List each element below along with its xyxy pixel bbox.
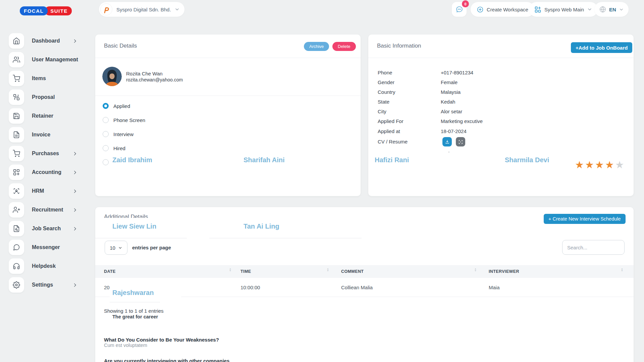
- candidate-email: rozita.chewan@yahoo.com: [126, 77, 183, 82]
- field-label: Phone: [378, 70, 392, 75]
- candidate-link-rajeshwaran[interactable]: Rajeshwaran: [112, 289, 154, 297]
- language-selector[interactable]: EN: [594, 2, 629, 17]
- field-row-applied-for: Applied For Marketing excutive: [368, 118, 634, 125]
- cv-expand-button[interactable]: [456, 137, 465, 146]
- column-header-interviewer[interactable]: INTERVIEWER: [489, 269, 519, 274]
- sidebar-item-label: Helpdesk: [32, 263, 56, 269]
- column-header-comment[interactable]: COMMENT: [341, 269, 364, 274]
- sidebar-item-invoice[interactable]: Invoice: [0, 125, 86, 144]
- radio-icon[interactable]: [103, 145, 109, 151]
- sidebar: Dashboard User Management Items Proposal…: [0, 32, 86, 294]
- entries-per-page-select[interactable]: 10: [105, 241, 127, 255]
- column-header-date[interactable]: DATE: [104, 269, 116, 274]
- star-filled-icon[interactable]: [585, 159, 595, 170]
- radio-icon[interactable]: [103, 117, 109, 123]
- status-label: Phone Screen: [113, 117, 145, 123]
- candidate-link-tan-ai-ling[interactable]: Tan Ai Ling: [244, 223, 279, 230]
- sidebar-item-recruitment[interactable]: Recruitment: [0, 200, 86, 219]
- radio-icon[interactable]: [103, 159, 109, 165]
- chat-badge: 0: [462, 0, 469, 7]
- sidebar-item-user-management[interactable]: User Management: [0, 50, 86, 69]
- chevron-right-icon: [72, 57, 77, 62]
- sort-icon[interactable]: ▲▼: [327, 268, 329, 272]
- sidebar-item-items[interactable]: Items: [0, 69, 86, 88]
- table-header-row: DATE ▲▼ TIME ▲▼ COMMENT ▲▼ INTERVIEWER ▲…: [95, 265, 634, 278]
- field-row-applied-at: Applied at 18-07-2024: [368, 128, 634, 135]
- status-radio-hired[interactable]: Hired: [103, 145, 125, 151]
- overlay-divider: [110, 302, 160, 302]
- sidebar-item-purchases[interactable]: Purchases: [0, 144, 86, 163]
- candidate-link-zaid-ibrahim[interactable]: Zaid Ibrahim: [112, 156, 152, 164]
- sidebar-item-label: Retainer: [32, 113, 53, 119]
- create-interview-schedule-button[interactable]: + Create New Interview Schedule: [544, 214, 626, 224]
- sidebar-item-label: Job Search: [32, 226, 61, 232]
- delete-button[interactable]: Delete: [332, 42, 356, 51]
- chevron-down-icon: [587, 7, 592, 12]
- sidebar-item-label: User Management: [32, 57, 78, 63]
- chat-button[interactable]: 0: [452, 2, 467, 17]
- divider: [95, 96, 361, 96]
- sort-icon[interactable]: ▲▼: [229, 268, 231, 272]
- star-filled-icon[interactable]: [605, 159, 615, 170]
- candidate-link-hafizi-rani[interactable]: Hafizi Rani: [375, 156, 409, 164]
- status-radio-applied[interactable]: Applied: [103, 103, 130, 109]
- chevron-right-icon: [72, 39, 77, 44]
- file-text-icon: [9, 127, 24, 142]
- sidebar-item-settings[interactable]: Settings: [0, 276, 86, 294]
- field-row-gender: Gender Female: [368, 79, 634, 86]
- sidebar-item-label: Invoice: [32, 132, 50, 138]
- logo-focal: FOCAL: [20, 6, 48, 15]
- add-to-job-onboard-button[interactable]: +Add to Job OnBoard: [571, 42, 632, 53]
- sort-icon[interactable]: ▲▼: [621, 268, 623, 272]
- headphones-icon: [9, 258, 24, 274]
- status-radio-interview[interactable]: Interview: [103, 131, 133, 137]
- chat-dots-icon: [455, 5, 463, 13]
- file-search-icon: [9, 221, 24, 236]
- candidate-link-sharmila-devi[interactable]: Sharmila Devi: [505, 156, 549, 164]
- column-header-time[interactable]: TIME: [240, 269, 251, 274]
- sidebar-item-proposal[interactable]: Proposal: [0, 88, 86, 107]
- field-row-city: City Alor setar: [368, 109, 634, 115]
- candidate-link-sharifah-aini[interactable]: Sharifah Aini: [244, 156, 285, 164]
- sidebar-item-accounting[interactable]: Accounting: [0, 163, 86, 182]
- logo-suite: SUITE: [45, 6, 72, 15]
- star-rating[interactable]: [575, 159, 625, 171]
- workspace-selector[interactable]: Syspro Web Main: [529, 2, 598, 17]
- cv-download-button[interactable]: [442, 137, 452, 146]
- save-icon: [9, 108, 24, 124]
- field-label: Country: [378, 89, 395, 95]
- status-radio-unlabeled[interactable]: [103, 159, 113, 165]
- download-icon: [445, 139, 450, 144]
- chevron-right-icon: [72, 170, 77, 175]
- star-empty-icon[interactable]: [615, 159, 625, 170]
- company-selector[interactable]: Syspro Digital Sdn. Bhd.: [99, 2, 184, 17]
- gear-icon: [9, 277, 24, 293]
- candidate-link-liew-siew-lin[interactable]: Liew Siew Lin: [112, 223, 156, 230]
- overlay-divider: [95, 238, 187, 238]
- field-label: Gender: [378, 79, 394, 85]
- sidebar-item-helpdesk[interactable]: Helpdesk: [0, 257, 86, 276]
- home-icon: [9, 33, 24, 49]
- status-label: Hired: [113, 145, 125, 151]
- star-filled-icon[interactable]: [575, 159, 585, 170]
- sidebar-item-dashboard[interactable]: Dashboard: [0, 32, 86, 50]
- create-workspace-button[interactable]: Create Workspace: [471, 2, 534, 17]
- field-label: State: [378, 99, 389, 105]
- person-scan-icon: [9, 183, 24, 199]
- star-filled-icon[interactable]: [595, 159, 605, 170]
- radio-icon[interactable]: [103, 131, 109, 137]
- radio-selected-icon[interactable]: [103, 103, 109, 109]
- sort-icon[interactable]: ▲▼: [474, 268, 477, 272]
- sidebar-item-retainer[interactable]: Retainer: [0, 107, 86, 125]
- sidebar-item-hrm[interactable]: HRM: [0, 182, 86, 200]
- search-input[interactable]: [562, 240, 625, 255]
- sidebar-item-job-search[interactable]: Job Search: [0, 219, 86, 238]
- field-value: Marketing excutive: [441, 118, 483, 124]
- expand-icon: [458, 139, 463, 144]
- users-icon: [9, 52, 24, 67]
- status-radio-phone-screen[interactable]: Phone Screen: [103, 117, 145, 123]
- sidebar-item-messenger[interactable]: Messenger: [0, 238, 86, 257]
- company-logo-icon: [100, 3, 112, 15]
- archive-button[interactable]: Archive: [304, 42, 329, 51]
- weakness-answer: Cum est voluptatem: [104, 343, 147, 348]
